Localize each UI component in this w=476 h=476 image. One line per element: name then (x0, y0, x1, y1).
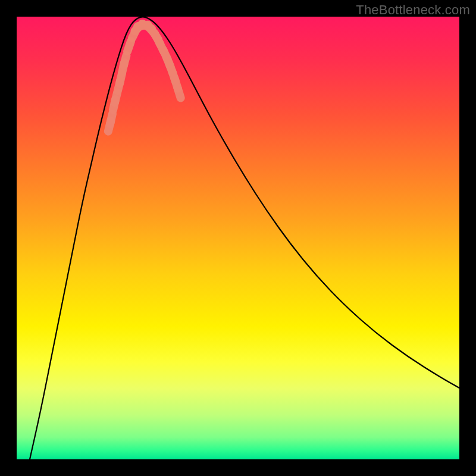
curve-svg (17, 17, 459, 459)
svg-line-8 (127, 41, 131, 51)
svg-line-1 (110, 114, 112, 124)
plot-area (17, 17, 459, 459)
curve-line (30, 17, 459, 460)
svg-line-22 (177, 87, 180, 98)
svg-line-7 (124, 55, 127, 65)
chart-frame: TheBottleneck.com (0, 0, 476, 476)
watermark-text: TheBottleneck.com (356, 2, 470, 18)
marker-dots (108, 24, 181, 131)
